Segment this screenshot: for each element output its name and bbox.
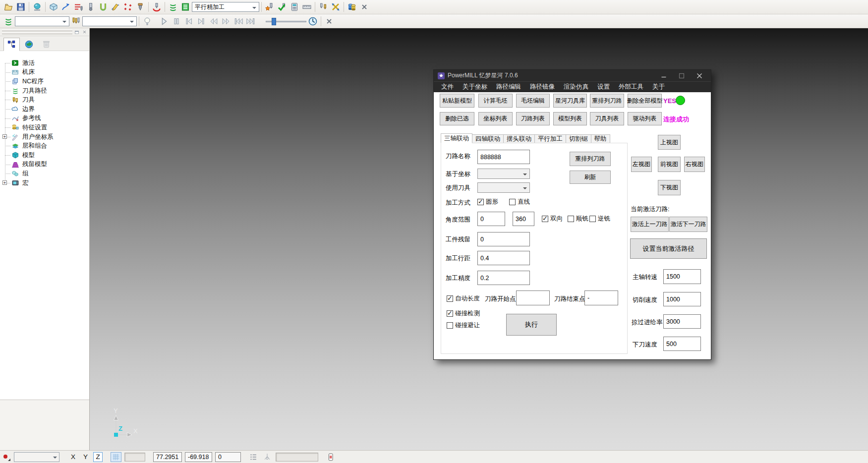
menu-path-mirror[interactable]: 路径镜像: [525, 82, 559, 92]
tree-item-activate[interactable]: 激活: [0, 58, 89, 68]
toolpath-arrow-icon[interactable]: [60, 1, 72, 13]
rearrange-button[interactable]: 重排列刀路: [570, 152, 611, 166]
curve-pencil-icon[interactable]: [110, 1, 121, 13]
tree-item-nc-program[interactable]: NC程序: [0, 77, 89, 86]
open-folder-icon[interactable]: [2, 1, 14, 13]
menu-file[interactable]: 文件: [437, 82, 458, 92]
menu-about-coords[interactable]: 关于坐标: [458, 82, 492, 92]
tool-pair-icon[interactable]: [317, 1, 329, 13]
menu-path-edit[interactable]: 路径编辑: [492, 82, 525, 92]
tree-item-macros[interactable]: 宏: [0, 178, 89, 188]
axis-y-toggle[interactable]: Y: [81, 452, 90, 462]
rearrange-toolpaths-button[interactable]: 重排列刀路: [590, 94, 624, 108]
collision-check-icon[interactable]: [264, 1, 276, 13]
tree-item-tools[interactable]: 刀具: [0, 95, 89, 105]
cutting-feed-input[interactable]: [663, 292, 701, 306]
tab-help[interactable]: 帮助: [591, 134, 610, 143]
toolpath-spring-icon[interactable]: [2, 15, 14, 27]
menu-settings[interactable]: 设置: [593, 82, 614, 92]
tree-item-workplanes[interactable]: 用户坐标系: [0, 132, 89, 142]
lamp-icon[interactable]: [141, 15, 153, 27]
collision-avoid-checkbox[interactable]: 碰撞避让: [447, 321, 480, 330]
expand-plus-icon[interactable]: [2, 180, 7, 185]
paste-new-model-button[interactable]: 粘贴新模型: [440, 94, 474, 108]
tolerance-input[interactable]: [477, 271, 530, 285]
block-cube-icon[interactable]: [48, 1, 59, 13]
refresh-button[interactable]: 刷新: [570, 171, 611, 184]
cylinders-icon[interactable]: [346, 1, 358, 13]
drive-list-button[interactable]: 驱动列表: [628, 112, 662, 125]
menu-about[interactable]: 关于: [648, 82, 669, 92]
menu-render-sim[interactable]: 渲染仿真: [559, 82, 593, 92]
stock-edit-button[interactable]: 毛坯编辑: [516, 94, 550, 108]
view-left-button[interactable]: 左视图: [631, 157, 652, 172]
print-sphere-icon[interactable]: [31, 1, 43, 13]
go-start-icon[interactable]: [232, 15, 244, 27]
minimize-button[interactable]: [656, 70, 671, 81]
close-button[interactable]: [692, 70, 707, 81]
angle-to-input[interactable]: [513, 212, 534, 226]
close-toolbar-icon[interactable]: [358, 1, 370, 13]
expand-plus-icon[interactable]: [2, 134, 7, 139]
go-end-icon[interactable]: [245, 15, 257, 27]
tab-swivel-head[interactable]: 摆头联动: [504, 134, 535, 143]
step-forward-icon[interactable]: [195, 15, 207, 27]
activate-next-toolpath-button[interactable]: 激活下一刀路: [669, 217, 707, 232]
axis-x-toggle[interactable]: X: [68, 452, 78, 462]
tab-parallel[interactable]: 平行加工: [535, 134, 566, 143]
toolpath-name-input[interactable]: [477, 150, 530, 164]
use-tool-select[interactable]: [477, 182, 530, 193]
calculator-icon[interactable]: [289, 1, 300, 13]
tree-item-stock-models[interactable]: 残留模型: [0, 160, 89, 170]
tab-4axis[interactable]: 四轴联动: [472, 134, 504, 143]
tab-explorer-tree[interactable]: [3, 38, 20, 51]
strategy-combo[interactable]: 平行精加工: [192, 2, 259, 12]
model-list-button[interactable]: 模型列表: [553, 112, 587, 125]
tree-item-models[interactable]: 模型: [0, 151, 89, 160]
auto-length-checkbox[interactable]: 自动长度: [447, 294, 480, 303]
execute-button[interactable]: 执行: [506, 314, 557, 336]
statusbar-combo[interactable]: [14, 452, 59, 462]
grid-icon[interactable]: [111, 452, 121, 462]
tab-recycle-bin[interactable]: [38, 38, 55, 51]
phone-pause-icon[interactable]: [325, 452, 336, 462]
angle-from-input[interactable]: [477, 212, 505, 226]
tree-item-patterns[interactable]: 参考线: [0, 114, 89, 123]
spindle-speed-input[interactable]: [663, 269, 701, 284]
view-top-button[interactable]: 上视图: [658, 135, 681, 150]
play-icon[interactable]: [158, 15, 170, 27]
conventional-mill-checkbox[interactable]: 逆铣: [589, 215, 610, 223]
activate-prev-toolpath-button[interactable]: 激活上一刀路: [631, 217, 669, 232]
tab-saw[interactable]: 切割锯: [566, 134, 591, 143]
tool-list-button[interactable]: 刀具列表: [590, 112, 624, 125]
bidirectional-checkbox[interactable]: 双向: [542, 215, 563, 223]
maximize-button[interactable]: [674, 70, 689, 81]
close-toolbar-icon[interactable]: [323, 15, 335, 27]
view-bottom-button[interactable]: 下视图: [658, 180, 681, 195]
climb-mill-checkbox[interactable]: 顺铣: [568, 215, 588, 223]
line-checkbox[interactable]: 直线: [509, 198, 530, 206]
tree-item-toolpaths[interactable]: 刀具路径: [0, 86, 89, 96]
gauge-ruler-icon[interactable]: [301, 1, 313, 13]
calc-stock-button[interactable]: 计算毛坯: [478, 94, 513, 108]
tree-item-feature-sets[interactable]: 特征设置: [0, 123, 89, 132]
tool-library-button[interactable]: 星河刀具库: [553, 94, 587, 108]
view-right-button[interactable]: 右视图: [684, 157, 705, 172]
simulation-speed-slider[interactable]: [266, 17, 306, 26]
strategy-list-icon[interactable]: [179, 1, 191, 13]
tree-item-machine[interactable]: 机床: [0, 68, 89, 77]
delete-all-models-button[interactable]: 删除全部模型: [628, 94, 662, 108]
simulate-icon[interactable]: [151, 1, 163, 13]
slider-handle[interactable]: [272, 18, 276, 25]
plunge-feed-input[interactable]: [663, 337, 701, 351]
close-panel-icon[interactable]: [81, 29, 88, 35]
delete-selected-button[interactable]: 删除已选: [440, 112, 474, 125]
toolpath-list-button[interactable]: 刀路列表: [516, 112, 550, 125]
circle-checkbox[interactable]: 圆形: [477, 198, 498, 206]
tab-world-view[interactable]: [21, 38, 37, 51]
coord-list-button[interactable]: 坐标列表: [478, 112, 513, 125]
stock-allowance-input[interactable]: [477, 232, 530, 246]
xyz-list-icon[interactable]: [248, 452, 259, 462]
menu-external-tools[interactable]: 外部工具: [614, 82, 648, 92]
dialog-titlebar[interactable]: PowerMILL 忆梦星河 7.0.6: [434, 70, 711, 81]
